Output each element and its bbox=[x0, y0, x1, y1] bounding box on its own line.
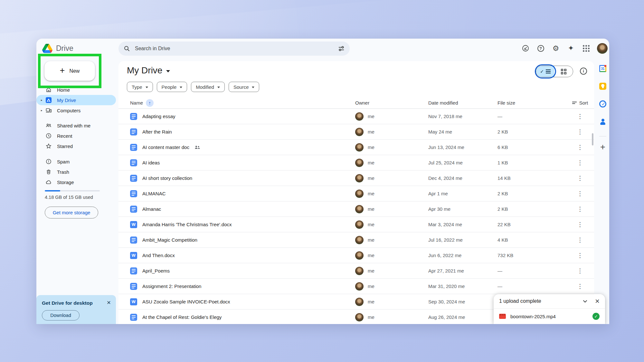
table-row[interactable]: April_PoemsmeApr 27, 2021 me—⋮ bbox=[118, 263, 594, 279]
sort-button[interactable]: Sort bbox=[572, 100, 588, 106]
table-row[interactable]: WAnd Then.docxmeJun 6, 2022 me732 KB⋮ bbox=[118, 248, 594, 263]
sidebar-item-storage[interactable]: Storage bbox=[36, 177, 116, 187]
column-date-modified[interactable]: Date modified bbox=[428, 100, 497, 106]
table-row[interactable]: Ambit_Magic CompetitionmeJul 16, 2022 me… bbox=[118, 232, 594, 248]
row-menu-icon[interactable]: ⋮ bbox=[577, 128, 583, 135]
owner-cell: me bbox=[355, 282, 428, 291]
row-menu-icon[interactable]: ⋮ bbox=[577, 113, 583, 120]
sidebar-item-recent[interactable]: Recent bbox=[36, 131, 116, 141]
table-row[interactable]: AI content master docmeJun 13, 2024 me6 … bbox=[118, 140, 594, 155]
get-add-ons-icon[interactable]: + bbox=[600, 142, 605, 152]
filter-chips: Type People Modified Source bbox=[127, 82, 259, 92]
table-row[interactable]: AI ideasmeJul 25, 2024 me1 KB⋮ bbox=[118, 155, 594, 171]
my-drive-title-dropdown[interactable]: My Drive bbox=[127, 65, 170, 76]
toast-title: 1 upload complete bbox=[499, 298, 583, 304]
row-menu-icon[interactable]: ⋮ bbox=[577, 252, 583, 259]
sidebar-item-trash[interactable]: Trash bbox=[36, 167, 116, 177]
date-modified: Nov 7, 2018 me bbox=[428, 114, 497, 119]
promo-close-icon[interactable]: × bbox=[107, 299, 111, 306]
cloud-icon bbox=[45, 179, 52, 185]
date-modified: Apr 1 me bbox=[428, 191, 497, 196]
help-icon[interactable]: ? bbox=[536, 44, 545, 52]
sidebar-item-home[interactable]: Home bbox=[36, 85, 116, 95]
keep-icon[interactable] bbox=[599, 83, 606, 90]
table-row[interactable]: AlmanacmeApr 30 me2 KB⋮ bbox=[118, 201, 594, 217]
download-button[interactable]: Download bbox=[42, 310, 80, 320]
file-size: 6 KB bbox=[497, 144, 566, 150]
grid-view-button[interactable] bbox=[554, 66, 573, 77]
scrollbar-thumb[interactable] bbox=[592, 133, 593, 145]
drive-logo[interactable]: Drive bbox=[42, 39, 73, 58]
column-file-size[interactable]: File size bbox=[497, 100, 566, 106]
file-name-cell: At the Chapel of Rest: Goldie's Elegy bbox=[130, 314, 355, 321]
row-menu-icon[interactable]: ⋮ bbox=[577, 190, 583, 197]
uploaded-file-row[interactable]: boomtown-2025.mp4 ✓ bbox=[494, 309, 605, 324]
row-menu-icon[interactable]: ⋮ bbox=[577, 283, 583, 290]
list-view-button[interactable]: ✓ bbox=[536, 66, 554, 77]
get-more-storage-button[interactable]: Get more storage bbox=[45, 207, 98, 218]
sidebar-item-spam[interactable]: Spam bbox=[36, 156, 116, 167]
row-menu-icon[interactable]: ⋮ bbox=[577, 267, 583, 274]
sidebar-item-computers[interactable]: ▸ Computers bbox=[36, 105, 116, 116]
filter-chip-people[interactable]: People bbox=[157, 82, 187, 92]
sidebar-item-my-drive[interactable]: ▸ My Drive bbox=[36, 95, 116, 105]
table-row[interactable]: After the RainmeMay 24 me2 KB⋮ bbox=[118, 124, 594, 140]
sidebar-nav: Home ▸ My Drive ▸ Computers Shared with … bbox=[36, 85, 116, 187]
file-name-cell: Ambit_Magic Competition bbox=[130, 237, 355, 244]
upload-toast: 1 upload complete × boomtown-2025.mp4 ✓ bbox=[494, 294, 605, 324]
row-menu-icon[interactable]: ⋮ bbox=[577, 221, 583, 228]
expand-caret-icon[interactable]: ▸ bbox=[41, 109, 45, 112]
file-name-cell: April_Poems bbox=[130, 267, 355, 274]
storage-block: 4.18 GB of 15 GB used Get more storage bbox=[45, 190, 108, 218]
search-filters-icon[interactable] bbox=[338, 45, 345, 52]
file-name: At the Chapel of Rest: Goldie's Elegy bbox=[142, 314, 222, 320]
table-row[interactable]: Adapting essaymeNov 7, 2018 me—⋮ bbox=[118, 109, 594, 124]
expand-caret-icon[interactable]: ▸ bbox=[41, 98, 45, 102]
apps-grid-icon[interactable] bbox=[582, 44, 590, 52]
details-info-icon[interactable]: i bbox=[580, 68, 587, 75]
row-menu-icon[interactable]: ⋮ bbox=[577, 205, 583, 213]
owner-label: me bbox=[368, 206, 374, 212]
toast-header: 1 upload complete × bbox=[494, 294, 605, 309]
owner-cell: me bbox=[355, 298, 428, 306]
table-row[interactable]: WAmanda Harris 'The Christmas Tree'.docx… bbox=[118, 217, 594, 232]
table-row[interactable]: ALMANACmeApr 1 me2 KB⋮ bbox=[118, 186, 594, 201]
video-file-icon bbox=[499, 314, 506, 319]
settings-icon[interactable]: ⚙ bbox=[552, 44, 560, 52]
sidebar-item-label: Trash bbox=[57, 169, 69, 175]
tasks-icon[interactable] bbox=[599, 100, 606, 107]
file-size: — bbox=[497, 114, 566, 119]
offline-status-icon[interactable] bbox=[521, 44, 530, 52]
gdoc-file-icon bbox=[130, 113, 137, 120]
grid-icon bbox=[561, 69, 566, 74]
gdoc-file-icon bbox=[130, 206, 137, 213]
search-input[interactable]: Search in Drive bbox=[118, 42, 350, 56]
gdoc-file-icon bbox=[130, 314, 137, 321]
row-menu-icon[interactable]: ⋮ bbox=[577, 174, 583, 182]
row-menu-icon[interactable]: ⋮ bbox=[577, 144, 583, 151]
row-menu-icon[interactable]: ⋮ bbox=[577, 236, 583, 244]
account-avatar[interactable] bbox=[597, 43, 608, 54]
column-owner[interactable]: Owner bbox=[355, 100, 428, 106]
owner-avatar bbox=[355, 313, 364, 321]
table-row[interactable]: AI short story collectionmeDec 4, 2024 m… bbox=[118, 171, 594, 186]
column-name[interactable]: Name ↑ bbox=[130, 99, 355, 107]
sidebar-item-starred[interactable]: Starred bbox=[36, 141, 116, 151]
owner-cell: me bbox=[355, 174, 428, 182]
table-row[interactable]: Assignment 2: PresentationmeMar 31, 2020… bbox=[118, 279, 594, 294]
gemini-icon[interactable]: ✦ bbox=[567, 44, 575, 52]
sort-ascending-icon[interactable]: ↑ bbox=[146, 99, 154, 107]
filter-chip-type[interactable]: Type bbox=[127, 82, 153, 92]
toast-close-icon[interactable]: × bbox=[595, 297, 600, 305]
new-button[interactable]: + New bbox=[44, 61, 95, 81]
sidebar-item-shared-with-me[interactable]: Shared with me bbox=[36, 120, 116, 131]
row-menu-icon[interactable]: ⋮ bbox=[577, 159, 583, 166]
collapse-chevron-icon[interactable] bbox=[583, 300, 587, 303]
filter-chip-source[interactable]: Source bbox=[229, 82, 260, 92]
contacts-icon[interactable] bbox=[599, 118, 606, 125]
drive-desktop-promo: Get Drive for desktop × Download bbox=[36, 295, 116, 324]
filter-chip-modified[interactable]: Modified bbox=[191, 82, 225, 92]
calendar-icon[interactable]: 31 bbox=[599, 65, 606, 72]
file-name-cell: AI short story collection bbox=[130, 175, 355, 182]
owner-avatar bbox=[355, 251, 364, 260]
